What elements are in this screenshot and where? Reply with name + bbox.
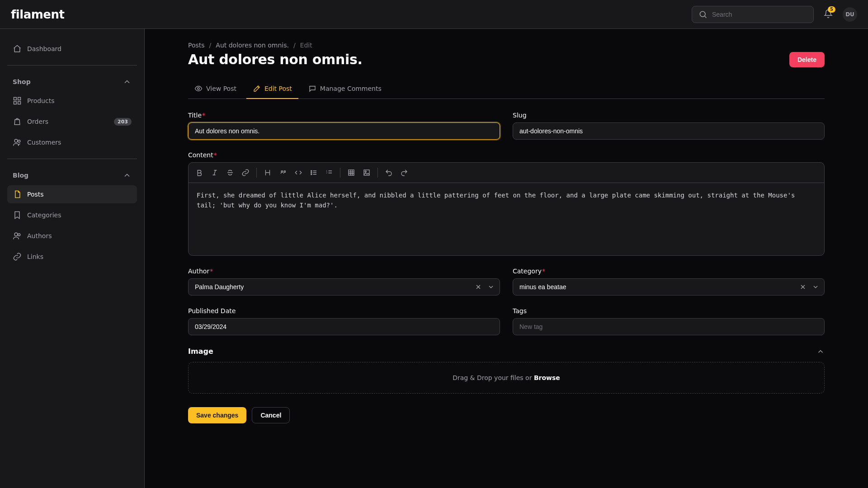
svg-line-13: [214, 170, 216, 175]
sidebar: Dashboard Shop Products Orders: [0, 29, 145, 488]
users-icon: [13, 138, 22, 147]
required-indicator: *: [542, 267, 545, 275]
x-icon: [475, 283, 482, 291]
app-logo[interactable]: filament: [11, 8, 64, 21]
category-dropdown-toggle[interactable]: [810, 282, 821, 292]
eye-icon: [194, 84, 203, 93]
heading-button[interactable]: [260, 165, 275, 180]
field-published-date: Published Date: [188, 307, 500, 335]
image-button[interactable]: [359, 165, 374, 180]
sidebar-group-shop[interactable]: Shop: [7, 73, 137, 89]
bold-button[interactable]: [192, 165, 207, 180]
sidebar-item-label: Categories: [27, 211, 61, 219]
sidebar-item-dashboard[interactable]: Dashboard: [7, 40, 137, 58]
breadcrumb-link-post[interactable]: Aut dolores non omnis.: [216, 42, 289, 49]
image-section-label: Image: [188, 347, 213, 356]
published-date-input[interactable]: [188, 318, 500, 335]
author-dropdown-toggle[interactable]: [486, 282, 496, 292]
svg-point-16: [311, 172, 312, 173]
slug-label: Slug: [513, 112, 825, 119]
svg-rect-2: [14, 98, 17, 100]
chevron-up-icon: [123, 77, 132, 86]
dropzone-text: Drag & Drop your files or: [453, 374, 534, 381]
sidebar-item-label: Posts: [27, 191, 44, 198]
svg-point-7: [18, 140, 20, 142]
sidebar-item-label: Orders: [27, 118, 48, 125]
save-button[interactable]: Save changes: [188, 407, 246, 423]
slug-input[interactable]: [513, 122, 825, 140]
svg-point-8: [14, 233, 18, 236]
link-icon: [13, 252, 22, 261]
main-content: Posts / Aut dolores non omnis. / Edit Au…: [145, 29, 868, 488]
field-author: Author*: [188, 267, 500, 296]
sidebar-item-orders[interactable]: Orders 203: [7, 113, 137, 131]
tab-manage-comments[interactable]: Manage Comments: [302, 79, 388, 99]
sidebar-item-posts[interactable]: Posts: [7, 185, 137, 203]
svg-point-17: [311, 174, 312, 175]
delete-button[interactable]: Delete: [789, 52, 825, 67]
global-search[interactable]: [692, 6, 814, 23]
svg-rect-30: [364, 170, 369, 175]
svg-rect-5: [18, 102, 21, 104]
sidebar-item-links[interactable]: Links: [7, 248, 137, 266]
sidebar-item-categories[interactable]: Categories: [7, 206, 137, 224]
users-icon: [13, 231, 22, 240]
svg-point-9: [18, 234, 20, 236]
author-select[interactable]: [188, 278, 500, 296]
svg-point-31: [365, 171, 366, 172]
notifications-button[interactable]: 5: [821, 6, 835, 23]
tab-edit-post[interactable]: Edit Post: [246, 79, 298, 99]
tags-input[interactable]: [513, 318, 825, 335]
dropzone-browse-link[interactable]: Browse: [534, 374, 560, 381]
image-dropzone[interactable]: Drag & Drop your files or Browse: [188, 362, 825, 394]
user-avatar[interactable]: DU: [843, 7, 857, 22]
clear-category-button[interactable]: [797, 282, 808, 292]
svg-point-10: [198, 88, 200, 90]
chevron-up-icon: [123, 171, 132, 180]
pencil-square-icon: [253, 84, 261, 93]
bullet-list-button[interactable]: [307, 165, 321, 180]
editor-toolbar: 12: [189, 163, 824, 183]
page-title: Aut dolores non omnis.: [188, 52, 363, 67]
svg-point-6: [14, 139, 18, 142]
avatar-initials: DU: [845, 11, 854, 18]
app-logo-text: filament: [11, 8, 64, 21]
sidebar-item-label: Customers: [27, 139, 61, 146]
grid-icon: [13, 96, 22, 105]
global-search-input[interactable]: [712, 11, 807, 18]
topbar: filament 5 DU: [0, 0, 868, 29]
undo-button[interactable]: [382, 165, 396, 180]
sidebar-group-blog[interactable]: Blog: [7, 166, 137, 183]
code-button[interactable]: [291, 165, 306, 180]
strikethrough-button[interactable]: [223, 165, 237, 180]
sidebar-item-label: Authors: [27, 232, 52, 239]
tab-label: Edit Post: [264, 85, 292, 92]
content-editable[interactable]: First, she dreamed of little Alice herse…: [189, 183, 824, 255]
document-icon: [13, 190, 22, 199]
sidebar-item-authors[interactable]: Authors: [7, 227, 137, 245]
table-button[interactable]: [344, 165, 359, 180]
image-section-toggle[interactable]: Image: [188, 347, 825, 356]
link-button[interactable]: [238, 165, 253, 180]
cancel-button[interactable]: Cancel: [252, 407, 290, 423]
breadcrumb-separator: /: [293, 42, 296, 49]
blockquote-button[interactable]: [276, 165, 290, 180]
author-label: Author*: [188, 267, 500, 275]
sidebar-group-label: Blog: [13, 172, 28, 179]
breadcrumb-separator: /: [209, 42, 212, 49]
tags-label: Tags: [513, 307, 825, 314]
breadcrumb-link-posts[interactable]: Posts: [188, 42, 205, 49]
sidebar-item-label: Products: [27, 97, 54, 104]
sidebar-item-products[interactable]: Products: [7, 92, 137, 110]
rich-text-editor: 12 First, she dreamed of little Alice he…: [188, 162, 825, 256]
title-label: Title*: [188, 112, 500, 119]
breadcrumb: Posts / Aut dolores non omnis. / Edit: [188, 42, 825, 49]
ordered-list-button[interactable]: 12: [322, 165, 336, 180]
category-select[interactable]: [513, 278, 825, 296]
clear-author-button[interactable]: [473, 282, 484, 292]
sidebar-item-customers[interactable]: Customers: [7, 133, 137, 151]
title-input[interactable]: [188, 122, 500, 140]
italic-button[interactable]: [208, 165, 222, 180]
tab-view-post[interactable]: View Post: [188, 79, 243, 99]
redo-button[interactable]: [397, 165, 411, 180]
